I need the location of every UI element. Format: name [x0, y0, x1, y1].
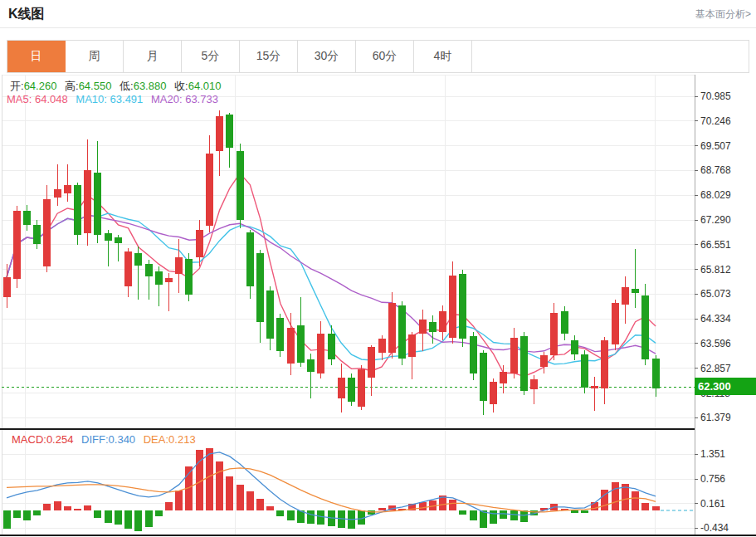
candle-down	[307, 359, 315, 372]
macd-bar-negative	[3, 510, 11, 529]
candle-down	[632, 289, 639, 292]
chart-canvas[interactable]: 70.98570.24669.50768.76868.02967.29066.5…	[0, 73, 756, 537]
candle-up	[64, 185, 71, 193]
macd-bar-negative	[23, 510, 31, 520]
price-axis-label: 65.812	[700, 264, 731, 276]
candle-up	[358, 369, 365, 407]
macd-bar-positive	[632, 491, 639, 510]
macd-axis-label: 1.351	[700, 448, 725, 460]
macd-bar-negative	[307, 510, 315, 524]
macd-bar-negative	[470, 510, 477, 520]
price-axis-label: 64.334	[700, 313, 731, 325]
candle-up	[54, 189, 61, 198]
candle-up	[591, 386, 598, 388]
candle-down	[348, 378, 355, 402]
macd-bar-positive	[266, 506, 274, 510]
candle-up	[13, 211, 21, 279]
candle-down	[297, 325, 305, 363]
candle-down	[237, 151, 244, 220]
candle-down	[74, 185, 81, 235]
candle-down	[256, 253, 264, 322]
macd-bar-negative	[115, 510, 122, 525]
candle-down	[145, 264, 153, 276]
open-label: 开:64.260	[10, 80, 56, 92]
tab-month[interactable]: 月	[124, 41, 182, 72]
tab-4hour[interactable]: 4时	[414, 41, 472, 72]
ma10-value: MA10: 63.491	[76, 93, 143, 105]
candle-down	[23, 211, 31, 225]
candle-down	[155, 271, 163, 285]
macd-bar-negative	[94, 510, 101, 518]
tab-week[interactable]: 周	[66, 41, 124, 72]
macd-bar-positive	[419, 502, 427, 510]
candle-down	[581, 354, 588, 388]
macd-bar-negative	[571, 510, 578, 513]
macd-bar-negative	[105, 510, 112, 523]
macd-bar-negative	[145, 510, 153, 527]
candle-down	[470, 336, 477, 373]
macd-bar-negative	[13, 510, 21, 518]
price-axis-label: 70.246	[700, 115, 731, 127]
low-label: 低:63.880	[119, 80, 166, 92]
macd-bar-negative	[276, 510, 284, 516]
candle-up	[317, 334, 324, 373]
candle-up	[206, 154, 213, 226]
candle-up	[124, 251, 132, 286]
candle-down	[429, 322, 437, 332]
macd-bar-positive	[54, 501, 61, 510]
fundamental-analysis-link[interactable]: 基本面分析>	[695, 7, 751, 22]
macd-bar-negative	[510, 510, 518, 520]
candle-up	[378, 339, 386, 353]
macd-bar-negative	[459, 510, 466, 515]
current-price-tag: 62.300	[695, 378, 756, 395]
candle-up	[43, 199, 51, 266]
close-label: 收:64.010	[174, 80, 221, 92]
macd-readout: MACD:0.254 DIFF:0.340 DEA:0.213	[12, 433, 201, 446]
candle-up	[490, 382, 497, 404]
candle-up	[601, 340, 608, 388]
macd-bar-negative	[581, 510, 588, 513]
macd-bar-negative	[490, 510, 497, 524]
tab-15min[interactable]: 15分	[240, 41, 298, 72]
macd-bar-positive	[652, 506, 660, 510]
macd-bar-negative	[134, 510, 142, 531]
tab-30min[interactable]: 30分	[298, 41, 356, 72]
candle-down	[266, 290, 274, 339]
macd-value: MACD:0.254	[12, 433, 73, 446]
candle-up	[500, 372, 507, 383]
ma5-value: MA5: 64.048	[7, 93, 68, 105]
candle-down	[134, 253, 142, 266]
candle-up	[530, 379, 538, 390]
tab-day[interactable]: 日	[7, 41, 66, 72]
candle-down	[571, 340, 578, 354]
candle-down	[33, 225, 41, 244]
candle-down	[185, 259, 193, 295]
macd-bar-positive	[64, 506, 71, 510]
candle-up	[287, 328, 295, 364]
tab-60min[interactable]: 60分	[356, 41, 414, 72]
ohlc-readout: 开:64.260 高:64.550 低:63.880 收:64.010	[10, 79, 226, 94]
candle-down	[115, 237, 122, 243]
candle-up	[510, 338, 518, 373]
candle-down	[641, 295, 649, 359]
macd-bar-positive	[226, 476, 233, 510]
page-title: K线图	[8, 6, 45, 23]
candle-up	[175, 257, 183, 274]
tab-5min[interactable]: 5分	[182, 41, 240, 72]
kline-chart[interactable]: 70.98570.24669.50768.76868.02967.29066.5…	[0, 73, 756, 537]
candle-down	[226, 115, 233, 148]
candle-down	[328, 334, 335, 359]
candle-up	[165, 278, 173, 282]
macd-bar-positive	[449, 500, 456, 510]
macd-bar-negative	[124, 510, 132, 529]
candle-up	[540, 355, 548, 367]
ma20-value: MA20: 63.733	[151, 93, 218, 105]
macd-bar-positive	[84, 505, 91, 510]
macd-bar-positive	[641, 503, 649, 510]
macd-bar-positive	[165, 502, 173, 510]
candle-down	[480, 353, 487, 401]
title-divider	[0, 27, 756, 28]
chart-bottom-border	[0, 535, 756, 536]
macd-bar-positive	[206, 448, 213, 510]
price-axis-label: 61.379	[700, 412, 731, 423]
